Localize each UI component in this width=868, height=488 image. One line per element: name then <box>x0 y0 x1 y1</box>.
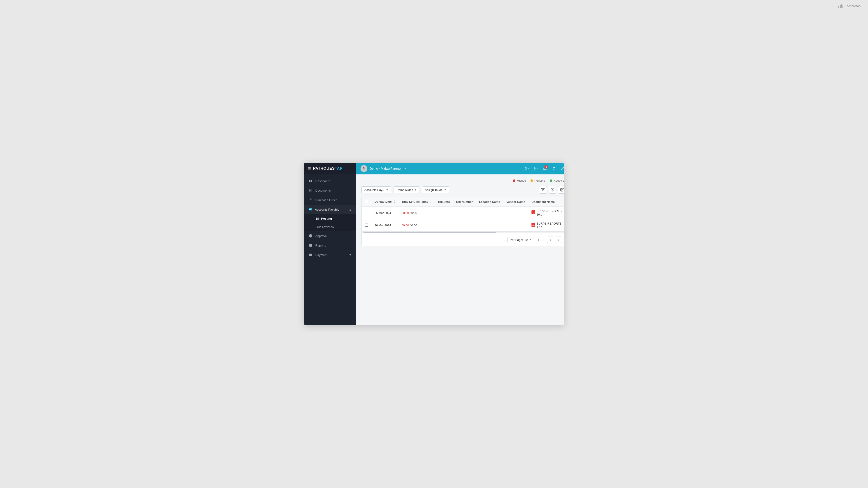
sidebar-item-bills-overview[interactable]: Bills Overview <box>304 223 356 231</box>
legend-missed: Missed <box>513 179 526 182</box>
row-checkbox-1[interactable] <box>365 223 368 227</box>
dashboard-icon <box>309 179 313 183</box>
company-dropdown-arrow[interactable]: ▼ <box>404 167 406 170</box>
row-location-name <box>476 207 503 219</box>
notification-button[interactable]: 5 <box>541 165 549 172</box>
row-bill-number <box>453 219 476 232</box>
pending-dot <box>530 180 533 182</box>
col-upload-date: Upload Date ▲▼ <box>371 197 398 207</box>
legend-received: Recevied <box>550 179 564 182</box>
svg-text:PDF: PDF <box>532 225 535 226</box>
row-upload-date: 26 Mar 2024 <box>371 207 398 219</box>
notification-count-badge: 5 <box>545 165 548 169</box>
per-page-label: Per Page: <box>510 238 523 241</box>
row-checkbox-cell <box>362 219 371 232</box>
sidebar-item-reports-label: Reports <box>315 244 326 247</box>
sidebar-item-accounts-payable[interactable]: Accounts Payable ▲ <box>304 205 356 215</box>
row-document-name: PDF BURPBIREPORTBI 16.p <box>528 207 564 219</box>
received-label: Recevied <box>554 179 564 182</box>
row-location-name <box>476 219 503 232</box>
payment-chevron-icon: ▼ <box>349 254 351 256</box>
select-all-col <box>362 197 371 207</box>
next-page-button[interactable]: › <box>556 236 562 243</box>
row-checkbox-0[interactable] <box>365 211 368 214</box>
page-content: Missed Pending Recevied Accounts Pay... … <box>356 174 564 325</box>
select-all-checkbox[interactable] <box>365 200 368 203</box>
table-row: 26 Mar 2024 00:00 / 0:00 PDF BURPBIREPOR… <box>362 207 564 219</box>
row-document-name: PDF BURPBIREPORTBI 17.p <box>528 219 564 232</box>
svg-rect-8 <box>309 199 312 201</box>
settings-button[interactable] <box>532 165 539 172</box>
sidebar-toggle[interactable]: ☰ <box>308 166 311 171</box>
reports-icon <box>309 243 313 248</box>
edit-button[interactable] <box>558 186 564 194</box>
sidebar-item-bill-posting[interactable]: Bill Posting <box>304 215 356 223</box>
sidebar: ☰ PATHQUESTAP Dashboard Documents <box>304 163 356 325</box>
sidebar-item-dashboard[interactable]: Dashboard <box>304 176 356 186</box>
row-vendor-name <box>503 207 528 219</box>
table-scroll[interactable]: Upload Date ▲▼ Time Left/TAT Time ▲▼ Bil… <box>362 197 564 231</box>
row-time-left: 00:00 / 0:00 <box>398 219 435 232</box>
svg-point-21 <box>535 168 536 169</box>
status-legend: Missed Pending Recevied <box>362 179 564 182</box>
sidebar-section-accounts-payable: Accounts Payable ▲ Bill Posting Bills Ov… <box>304 205 356 231</box>
per-page-dropdown-arrow: ▼ <box>529 238 531 241</box>
pending-label: Pending <box>534 179 545 182</box>
row-bill-date <box>435 207 453 219</box>
sidebar-item-approval[interactable]: Approval <box>304 231 356 240</box>
col-time-left: Time Left/TAT Time ▲▼ <box>398 197 435 207</box>
topbar: D Demo - Midas(Parent) ▼ 5 ? <box>356 163 564 174</box>
col-document-name: Document Name <box>528 197 564 207</box>
horizontal-scrollbar[interactable] <box>362 231 564 233</box>
filters-bar: Accounts Pay... ▼ Demo Midas ▼ Assign To… <box>362 186 564 194</box>
sidebar-item-purchase-order[interactable]: Purchase Order <box>304 195 356 205</box>
payment-icon <box>309 253 313 257</box>
col-vendor-name: Vendor Name <box>503 197 528 207</box>
accounts-payable-label: Accounts Payable <box>315 208 339 211</box>
scrollbar-thumb <box>364 232 496 233</box>
accounts-payable-icon <box>309 207 312 212</box>
per-page-select[interactable]: Per Page: 10 ▼ <box>507 237 534 243</box>
purchase-order-icon <box>309 198 313 202</box>
pdf-icon: PDF <box>531 223 535 228</box>
help-button[interactable]: ? <box>550 165 558 172</box>
svg-rect-11 <box>309 208 312 210</box>
approval-icon <box>309 234 313 238</box>
row-time-left: 00:00 / 0:00 <box>398 207 435 219</box>
bills-table: Upload Date ▲▼ Time Left/TAT Time ▲▼ Bil… <box>362 197 564 231</box>
chevron-up-icon: ▲ <box>349 208 351 211</box>
svg-point-22 <box>562 167 563 168</box>
time-left-sort[interactable]: ▲▼ <box>430 200 432 203</box>
sidebar-item-documents-label: Documents <box>315 189 331 192</box>
sidebar-nav: Dashboard Documents Purchase Order <box>304 174 356 325</box>
table-header-row: Upload Date ▲▼ Time Left/TAT Time ▲▼ Bil… <box>362 197 564 207</box>
clock-button[interactable] <box>523 165 530 172</box>
add-button[interactable] <box>549 186 556 194</box>
upload-date-sort[interactable]: ▲▼ <box>393 200 395 203</box>
assign-filter-label: Assign To Me <box>425 188 442 192</box>
previous-page-button[interactable]: ‹ <box>547 236 553 243</box>
sidebar-item-documents[interactable]: Documents <box>304 186 356 195</box>
row-bill-number <box>453 207 476 219</box>
department-filter[interactable]: Accounts Pay... ▼ <box>362 186 391 193</box>
user-button[interactable] <box>559 165 564 172</box>
brand-icon <box>838 4 843 8</box>
col-location-name: Location Name <box>476 197 503 207</box>
sidebar-item-payment[interactable]: Payment ▼ <box>304 250 356 260</box>
sidebar-header: ☰ PATHQUESTAP <box>304 163 356 174</box>
sidebar-item-approval-label: Approval <box>315 234 327 238</box>
svg-text:PDF: PDF <box>532 213 535 214</box>
sidebar-item-payment-label: Payment <box>315 253 327 257</box>
company-filter[interactable]: Demo Midas ▼ <box>394 186 420 193</box>
svg-rect-18 <box>309 254 312 256</box>
table-row: 26 Mar 2024 00:00 / 0:00 PDF BURPBIREPOR… <box>362 219 564 232</box>
received-dot <box>550 180 552 182</box>
brand-corner: TechnoMark <box>838 4 861 8</box>
topbar-left: D Demo - Midas(Parent) ▼ <box>361 165 406 172</box>
sidebar-item-reports[interactable]: Reports <box>304 240 356 250</box>
company-filter-label: Demo Midas <box>397 188 413 192</box>
assign-filter[interactable]: Assign To Me ▼ <box>422 186 450 193</box>
filter-button[interactable] <box>539 186 547 194</box>
svg-marker-23 <box>541 188 544 191</box>
brand-name: TechnoMark <box>845 4 861 8</box>
